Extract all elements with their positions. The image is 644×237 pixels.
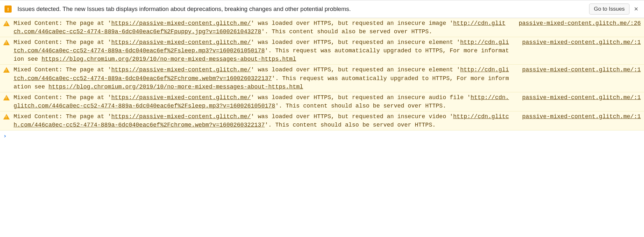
warning-triangle-icon xyxy=(3,40,10,45)
message-source-link[interactable]: passive-mixed-content.glitch.me/:1 xyxy=(522,112,641,121)
page-url-link[interactable]: https://passive-mixed-content.glitch.me/ xyxy=(111,39,251,46)
prompt-chevron-icon: › xyxy=(3,132,7,139)
close-issues-bar-icon[interactable]: × xyxy=(633,5,639,13)
console-message-text: Mixed Content: The page at 'https://pass… xyxy=(14,66,516,91)
message-source-link[interactable]: passive-mixed-content.glitch.me/:1 xyxy=(522,66,641,74)
page-url-link[interactable]: https://passive-mixed-content.glitch.me/ xyxy=(111,67,251,73)
console-warning-row[interactable]: Mixed Content: The page at 'https://pass… xyxy=(0,111,644,130)
console-message-list: Mixed Content: The page at 'https://pass… xyxy=(0,18,644,130)
console-message-text: Mixed Content: The page at 'https://pass… xyxy=(14,112,516,129)
console-warning-row[interactable]: Mixed Content: The page at 'https://pass… xyxy=(0,92,644,111)
console-input-row[interactable]: › xyxy=(0,130,644,141)
message-source-link[interactable]: passive-mixed-content.glitch.me/:1 xyxy=(522,38,641,46)
message-source-link[interactable]: passive-mixed-content.glitch.me/:1 xyxy=(522,93,641,102)
page-url-link[interactable]: https://passive-mixed-content.glitch.me/ xyxy=(111,20,251,26)
issues-notification-text: Issues detected. The new Issues tab disp… xyxy=(17,5,589,13)
warning-triangle-icon xyxy=(3,114,10,119)
console-message-text: Mixed Content: The page at 'https://pass… xyxy=(14,93,516,110)
warning-triangle-icon xyxy=(3,21,10,26)
console-warning-row[interactable]: Mixed Content: The page at 'https://pass… xyxy=(0,37,644,65)
console-message-text: Mixed Content: The page at 'https://pass… xyxy=(14,19,512,36)
info-url-link[interactable]: https://blog.chromium.org/2019/10/no-mor… xyxy=(48,84,303,90)
console-message-text: Mixed Content: The page at 'https://pass… xyxy=(14,38,516,63)
message-source-link[interactable]: passive-mixed-content.glitch.me/:26 xyxy=(519,19,641,27)
console-warning-row[interactable]: Mixed Content: The page at 'https://pass… xyxy=(0,65,644,92)
page-url-link[interactable]: https://passive-mixed-content.glitch.me/ xyxy=(111,113,251,120)
info-url-link[interactable]: https://blog.chromium.org/2019/10/no-mor… xyxy=(41,56,296,62)
issues-warning-icon xyxy=(5,5,12,13)
console-warning-row[interactable]: Mixed Content: The page at 'https://pass… xyxy=(0,18,644,37)
warning-triangle-icon xyxy=(3,67,10,73)
go-to-issues-button[interactable]: Go to Issues xyxy=(589,4,629,15)
page-url-link[interactable]: https://passive-mixed-content.glitch.me/ xyxy=(111,94,251,101)
warning-triangle-icon xyxy=(3,95,10,100)
issues-notification-bar: Issues detected. The new Issues tab disp… xyxy=(0,0,644,18)
